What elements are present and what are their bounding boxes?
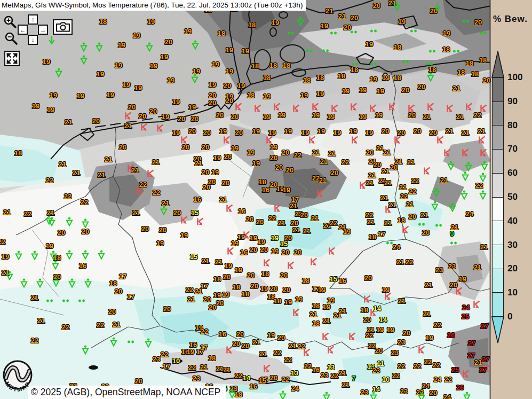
legend-tick-label: 90: [507, 96, 518, 107]
metmaps-logo: METMAPS: [1, 359, 35, 398]
cloud-cover-colorbar: [492, 77, 504, 317]
legend-tick-label: 0: [507, 311, 512, 322]
zoom-in-button[interactable]: [3, 14, 18, 29]
colorbar-segment: [493, 101, 503, 126]
legend-tick-label: 60: [507, 168, 518, 178]
colorbar-segment: [493, 125, 503, 149]
title-bar: MetMaps, Gfs WW-Symbol, Mos Temperature …: [0, 0, 306, 11]
colorbar-segment: [493, 292, 503, 316]
fullscreen-button[interactable]: [4, 51, 20, 66]
zoom-out-icon: [4, 31, 19, 46]
pan-left-button[interactable]: ←: [18, 25, 28, 35]
copyright-text: © 2025 (AGB), OpenStreetMap, NOAA NCEP: [31, 387, 220, 397]
arrow-right-icon: →: [40, 27, 46, 33]
colorbar-segment: [493, 173, 503, 197]
colorbar-segment: [493, 269, 503, 293]
legend-tick-label: 70: [507, 144, 518, 154]
colorbar-segment: [493, 149, 503, 173]
camera-icon: [55, 22, 70, 32]
zoom-out-button[interactable]: [4, 31, 19, 46]
legend-tick-label: 10: [507, 287, 518, 298]
legend-arrow-bottom: [490, 316, 506, 344]
legend-tick-label: 20: [507, 263, 518, 274]
fullscreen-icon: [6, 53, 18, 64]
colorbar-segment: [493, 245, 503, 269]
colorbar-segment: [493, 221, 503, 245]
attribution-bar: © 2025 (AGB), OpenStreetMap, NOAA NCEP: [28, 386, 226, 399]
legend-arrow-top: [490, 50, 506, 78]
zoom-in-icon: [3, 14, 18, 29]
metmaps-app: 1819191920191919191919191919191919191818…: [0, 0, 532, 399]
screenshot-button[interactable]: [53, 19, 73, 35]
legend-tick-label: 40: [507, 216, 518, 226]
arrow-left-icon: ←: [20, 27, 26, 33]
page-title: MetMaps, Gfs WW-Symbol, Mos Temperature …: [2, 1, 303, 9]
pan-up-button[interactable]: ↑: [28, 14, 38, 25]
pan-right-button[interactable]: →: [38, 25, 48, 35]
legend-tick-label: 100: [507, 72, 522, 83]
colorbar-segment: [493, 197, 503, 221]
legend-title: % Bew.: [493, 14, 528, 25]
arrow-up-icon: ↑: [31, 17, 35, 23]
legend-tick-label: 50: [507, 192, 518, 202]
legend-tick-label: 80: [507, 120, 518, 131]
pan-down-button[interactable]: ↓: [28, 35, 38, 45]
weather-map-canvas[interactable]: [0, 0, 532, 399]
legend-tick-label: 30: [507, 240, 518, 251]
arrow-down-icon: ↓: [31, 37, 35, 43]
colorbar-segment: [493, 78, 503, 101]
